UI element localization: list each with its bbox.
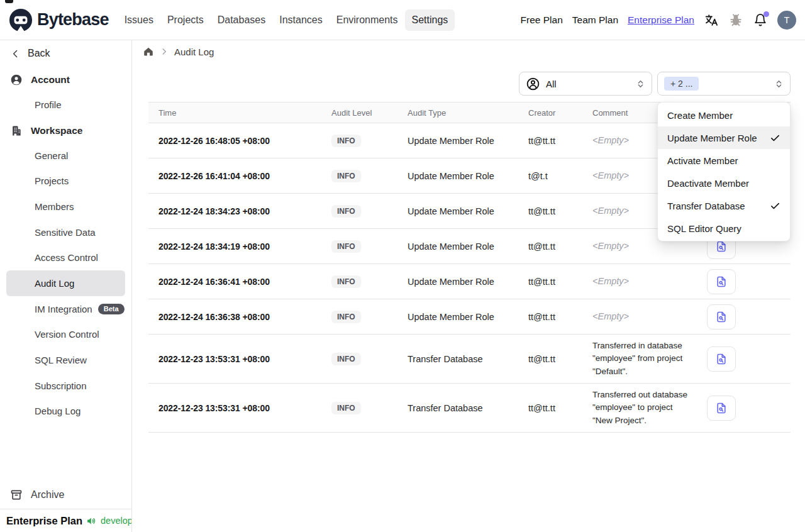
row-creator: tt@tt.tt [518,354,582,364]
row-level-cell: INFO [321,135,397,147]
filter-bar: All + 2 ... [519,72,791,96]
view-detail-button[interactable] [707,346,736,372]
row-creator: tt@tt.tt [518,136,582,146]
sidebar-item-version-control[interactable]: Version Control [6,322,125,348]
main-content: Audit Log All + 2 ... TimeAudit LevelAud… [132,40,805,532]
row-audit-type: Update Member Role [397,136,518,146]
sidebar-item-access-control[interactable]: Access Control [6,245,125,270]
row-time: 2022-12-24 16:36:38 +08:00 [148,312,321,322]
menu-item-label: Activate Member [667,155,738,166]
row-creator: tt@tt.tt [518,241,582,252]
sidebar-item-projects[interactable]: Projects [6,168,125,194]
menu-item-transfer-database[interactable]: Transfer Database [658,194,790,217]
column-header-audit-type: Audit Type [397,108,518,118]
row-comment: <Empty> [582,310,697,324]
sidebar-item-sensitive-data[interactable]: Sensitive Data [6,219,125,245]
chevron-right-icon [160,47,169,56]
row-creator: tt@tt.tt [518,312,582,322]
row-audit-type: Update Member Role [397,277,518,287]
nav-item-settings[interactable]: Settings [405,9,455,31]
building-icon [10,125,23,137]
nav-item-environments[interactable]: Environments [330,9,405,31]
row-creator: tt@tt.tt [518,403,582,413]
nav-item-databases[interactable]: Databases [211,9,273,31]
back-label: Back [28,48,50,59]
bytebase-logo-icon [9,8,33,32]
row-audit-type: Update Member Role [397,241,518,252]
sidebar-section-account: Account [0,68,131,92]
row-time: 2022-12-26 16:48:05 +08:00 [148,136,321,146]
sidebar-item-sql-review[interactable]: SQL Review [6,347,125,373]
plan-link-free-plan[interactable]: Free Plan [521,14,563,26]
menu-item-sql-editor-query[interactable]: SQL Editor Query [658,217,790,240]
row-comment: Transferred in database "employee" from … [582,340,697,378]
row-audit-type: Transfer Database [397,354,518,364]
plan-link-enterprise-plan[interactable]: Enterprise Plan [628,14,694,26]
row-level-cell: INFO [321,170,397,182]
sidebar-item-im-integration[interactable]: IM IntegrationBeta [6,296,125,322]
chevron-left-icon [10,48,21,59]
audit-type-dropdown-menu: Create MemberUpdate Member RoleActivate … [657,102,791,241]
sidebar-item-label: Profile [35,99,62,110]
avatar[interactable]: T [777,11,796,30]
bytebase-logo[interactable]: Bytebase [9,8,109,32]
row-time: 2022-12-24 18:34:23 +08:00 [148,206,321,216]
row-time: 2022-12-26 16:41:04 +08:00 [148,171,321,181]
sidebar-item-label: SQL Review [35,355,87,365]
menu-item-deactivate-member[interactable]: Deactivate Member [658,172,790,194]
menu-item-update-member-role[interactable]: Update Member Role [658,126,790,149]
row-time: 2022-12-24 18:34:19 +08:00 [148,241,321,252]
sidebar-item-archive[interactable]: Archive [0,484,131,506]
sidebar-item-subscription[interactable]: Subscription [6,373,125,399]
breadcrumb: Audit Log [143,46,214,57]
plan-link-team-plan[interactable]: Team Plan [572,14,618,26]
sidebar-item-debug-log[interactable]: Debug Log [6,399,125,424]
sidebar-item-general[interactable]: General [6,143,125,169]
volume-icon [86,516,97,526]
sidebar-item-members[interactable]: Members [6,194,125,219]
sidebar-item-profile[interactable]: Profile [6,92,125,118]
person-circle-icon [526,77,540,91]
nav-item-projects[interactable]: Projects [160,9,211,31]
menu-item-label: Create Member [667,110,733,121]
row-creator: tt@tt.tt [518,277,582,287]
sidebar-item-label: General [35,150,68,161]
sidebar-section-label: Workspace [31,125,82,136]
audit-log-row: 2022-12-24 16:36:38 +08:00INFOUpdate Mem… [148,299,791,335]
view-detail-button[interactable] [707,304,736,330]
level-badge: INFO [331,311,361,323]
row-actions-cell [697,396,791,421]
row-creator: tt@tt.tt [518,206,582,216]
row-level-cell: INFO [321,311,397,323]
row-actions-cell [697,346,791,372]
sidebar-sections: AccountProfileWorkspaceGeneralProjectsMe… [0,68,131,424]
nav-item-instances[interactable]: Instances [272,9,329,31]
creator-filter-select[interactable]: All [519,72,652,96]
level-badge: INFO [331,205,361,218]
translate-icon[interactable] [704,13,719,28]
plan-links: Free PlanTeam PlanEnterprise Plan [521,14,694,26]
view-detail-button[interactable] [707,269,736,294]
column-header-creator: Creator [518,108,582,118]
audit-log-row: 2022-12-23 13:53:31 +08:00INFOTransfer D… [148,384,791,433]
home-icon[interactable] [143,46,154,57]
row-audit-type: Update Member Role [397,206,518,216]
sidebar-item-audit-log[interactable]: Audit Log [6,270,125,296]
main-nav: IssuesProjectsDatabasesInstancesEnvironm… [118,9,455,31]
menu-item-label: SQL Editor Query [667,223,741,234]
bug-icon[interactable] [728,13,743,28]
breadcrumb-current: Audit Log [174,47,214,57]
sidebar-item-label: Members [35,201,74,212]
sidebar-item-label: Projects [35,175,69,186]
nav-item-issues[interactable]: Issues [118,9,160,31]
view-detail-button[interactable] [707,396,736,421]
brand-name: Bytebase [37,10,109,30]
menu-item-activate-member[interactable]: Activate Member [658,149,790,172]
level-badge: INFO [331,240,361,253]
menu-item-create-member[interactable]: Create Member [658,104,790,126]
bell-icon[interactable] [753,13,768,28]
menu-item-label: Update Member Role [667,133,757,143]
level-badge: INFO [331,402,361,414]
audit-type-filter-select[interactable]: + 2 ... [657,72,791,96]
back-button[interactable]: Back [0,40,131,61]
